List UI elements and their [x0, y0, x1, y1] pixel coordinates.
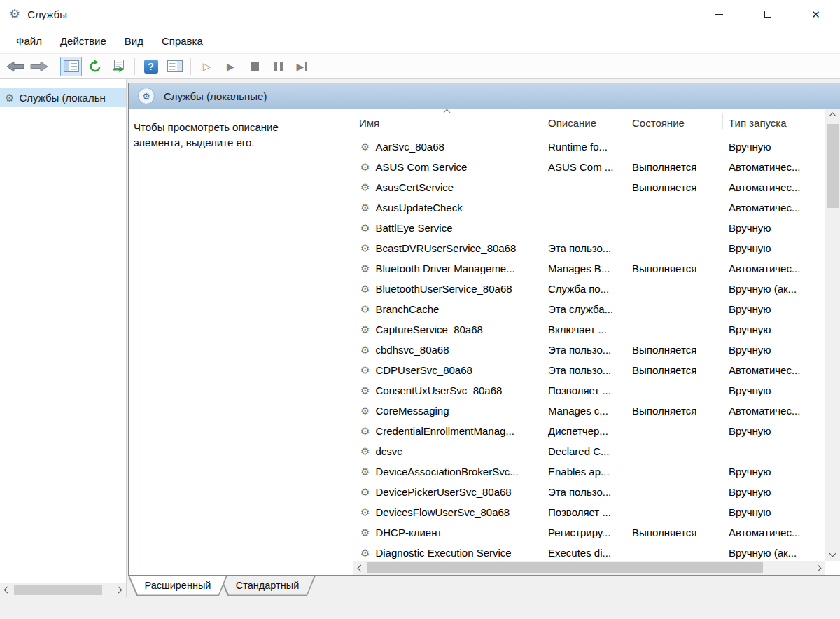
table-row[interactable]: DevicePickerUserSvc_80a68Эта пользо...Вр… — [354, 482, 825, 502]
service-name: CoreMessaging — [375, 405, 449, 417]
service-description: Manages B... — [542, 263, 626, 274]
service-startup-type: Вручную — [723, 425, 820, 437]
scroll-thumb[interactable] — [368, 562, 763, 573]
menu-view[interactable]: Вид — [115, 28, 153, 53]
service-description: Эта служба... — [542, 303, 626, 315]
refresh-icon — [88, 60, 102, 74]
scroll-thumb[interactable] — [827, 124, 839, 208]
column-header-startup-type[interactable]: Тип запуска — [723, 109, 820, 137]
menu-bar: Файл Действие Вид Справка — [0, 28, 840, 54]
table-row[interactable]: CredentialEnrollmentManag...Диспетчер...… — [354, 421, 825, 441]
table-row[interactable]: DeviceAssociationBrokerSvc...Enables ap.… — [354, 461, 825, 482]
refresh-button[interactable] — [84, 57, 106, 76]
export-list-button[interactable] — [108, 57, 130, 76]
vertical-scrollbar[interactable] — [825, 109, 840, 561]
table-row[interactable]: BranchCacheЭта служба...Вручную — [354, 299, 825, 319]
service-name-cell: AsusCertService — [354, 181, 542, 193]
service-startup-type: Вручную — [723, 506, 820, 518]
service-name-cell: Diagnostic Execution Service — [354, 547, 542, 559]
service-name: BattlEye Service — [375, 222, 452, 234]
close-button[interactable] — [792, 0, 840, 28]
restart-service-button[interactable] — [291, 57, 313, 76]
service-status: Выполняется — [626, 527, 723, 538]
table-row[interactable]: dcsvcDeclared C... — [354, 441, 825, 461]
scroll-right-button[interactable] — [813, 561, 825, 575]
start-service-button[interactable] — [196, 57, 218, 76]
table-row[interactable]: DevicesFlowUserSvc_80a68Позволяет ...Вру… — [354, 502, 825, 522]
column-header-name[interactable]: Имя — [354, 109, 542, 137]
show-action-pane-button[interactable] — [164, 57, 186, 76]
minimize-icon — [715, 14, 723, 15]
table-row[interactable]: DHCP-клиентРегистриру...ВыполняетсяАвтом… — [354, 522, 825, 543]
service-startup-type: Вручную — [723, 303, 820, 315]
tree-item-label: Службы (локальн — [19, 92, 105, 104]
menu-action[interactable]: Действие — [51, 28, 115, 53]
scroll-right-button[interactable] — [113, 583, 126, 597]
service-description: Включает ... — [542, 324, 626, 335]
resume-service-button[interactable] — [220, 57, 241, 76]
table-row[interactable]: BluetoothUserService_80a68Служба по...Вр… — [354, 279, 825, 299]
list-horizontal-scrollbar[interactable] — [354, 561, 825, 575]
table-row[interactable]: Bluetooth Driver Manageme...Manages B...… — [354, 258, 825, 279]
table-row[interactable]: ConsentUxUserSvc_80a68Позволяет ...Вручн… — [354, 380, 825, 401]
scroll-left-button[interactable] — [0, 583, 13, 597]
description-hint: Чтобы просмотреть описание элемента, выд… — [134, 120, 319, 151]
stop-service-button[interactable] — [244, 57, 265, 76]
scroll-down-button[interactable] — [825, 548, 840, 561]
close-icon — [811, 9, 820, 20]
service-gear-icon — [360, 141, 370, 152]
service-startup-type: Автоматичес... — [723, 405, 820, 417]
minimize-button[interactable] — [695, 0, 743, 28]
scroll-up-button[interactable] — [825, 109, 840, 121]
pause-service-button[interactable] — [267, 57, 289, 76]
tab-extended[interactable]: Расширенный — [128, 576, 227, 596]
table-row[interactable]: AarSvc_80a68Runtime fo...Вручную — [354, 137, 825, 157]
service-gear-icon — [360, 426, 370, 436]
service-name-cell: CredentialEnrollmentManag... — [354, 425, 542, 437]
table-row[interactable]: AsusUpdateCheckАвтоматичес... — [354, 197, 825, 218]
tree-item-services-local[interactable]: Службы (локальн — [0, 88, 126, 107]
tab-standard[interactable]: Стандартный — [219, 576, 316, 596]
back-button[interactable] — [4, 57, 26, 76]
service-startup-type: Вручную — [723, 324, 820, 335]
scroll-left-button[interactable] — [354, 561, 366, 575]
view-tabs: Расширенный Стандартный — [128, 576, 316, 597]
table-row[interactable]: BcastDVRUserService_80a68Эта пользо...Вр… — [354, 238, 825, 258]
table-row[interactable]: ASUS Com ServiceASUS Com ...ВыполняетсяА… — [354, 157, 825, 177]
table-row[interactable]: cbdhsvc_80a68Эта пользо...ВыполняетсяВру… — [354, 340, 825, 360]
service-startup-type: Вручную — [723, 486, 820, 498]
toolbar-separator — [134, 58, 135, 75]
service-status: Выполняется — [626, 344, 723, 356]
stop-service-icon — [251, 62, 259, 71]
table-row[interactable]: CoreMessagingManages c...ВыполняетсяАвто… — [354, 401, 825, 421]
service-name-cell: cbdhsvc_80a68 — [354, 344, 542, 356]
table-row[interactable]: CDPUserSvc_80a68Эта пользо...Выполняется… — [354, 360, 825, 380]
show-console-tree-button[interactable] — [60, 57, 82, 76]
maximize-icon — [764, 11, 771, 18]
table-row[interactable]: AsusCertServiceВыполняетсяАвтоматичес... — [354, 177, 825, 197]
service-gear-icon — [360, 446, 370, 457]
scroll-thumb[interactable] — [14, 585, 102, 595]
service-status: Выполняется — [626, 161, 723, 173]
service-startup-type: Вручную — [723, 344, 820, 356]
column-header-status[interactable]: Состояние — [626, 109, 723, 137]
table-row[interactable]: CaptureService_80a68Включает ...Вручную — [354, 319, 825, 340]
table-row[interactable]: BattlEye ServiceВручную — [354, 218, 825, 238]
service-startup-type: Вручную — [723, 141, 820, 153]
service-name: ConsentUxUserSvc_80a68 — [375, 384, 502, 396]
services-gear-icon — [5, 92, 14, 103]
service-description: Позволяет ... — [542, 384, 626, 396]
tree-horizontal-scrollbar[interactable] — [0, 583, 126, 597]
service-description: Эта пользо... — [542, 486, 626, 498]
help-button[interactable] — [140, 57, 162, 76]
service-name: DeviceAssociationBrokerSvc... — [375, 466, 518, 478]
forward-button[interactable] — [28, 57, 50, 76]
menu-help[interactable]: Справка — [153, 28, 212, 53]
maximize-button[interactable] — [743, 0, 792, 28]
table-row[interactable]: Diagnostic Execution ServiceExecutes di.… — [354, 543, 825, 561]
service-gear-icon — [360, 263, 370, 274]
tab-extended-label: Расширенный — [129, 576, 227, 595]
menu-file[interactable]: Файл — [7, 28, 51, 53]
column-header-description[interactable]: Описание — [542, 109, 626, 137]
service-name-cell: CDPUserSvc_80a68 — [354, 364, 542, 376]
